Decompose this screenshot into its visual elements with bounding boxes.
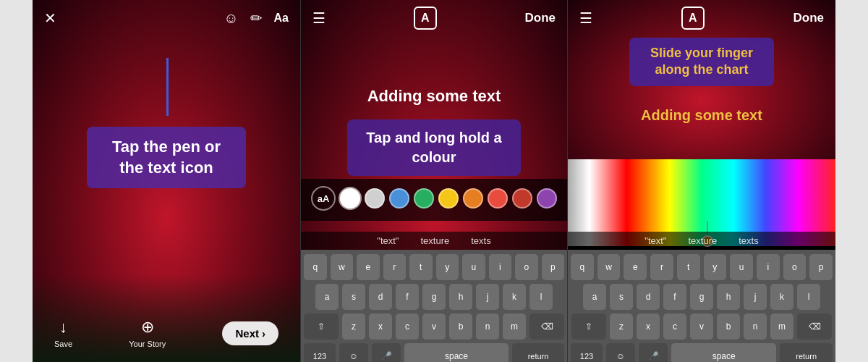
key-h-3[interactable]: h bbox=[717, 284, 740, 310]
a-icon-2[interactable]: A bbox=[414, 7, 437, 30]
key-q-3[interactable]: q bbox=[571, 254, 594, 280]
color-purple[interactable] bbox=[537, 188, 557, 209]
close-icon[interactable]: ✕ bbox=[44, 9, 56, 27]
next-button[interactable]: Next › bbox=[222, 321, 278, 345]
key-q-2[interactable]: q bbox=[304, 254, 327, 280]
key-g-3[interactable]: g bbox=[690, 284, 713, 310]
key-w-3[interactable]: w bbox=[597, 254, 621, 280]
shift-key-3[interactable]: ⇧ bbox=[571, 313, 606, 340]
shift-key-2[interactable]: ⇧ bbox=[304, 313, 339, 340]
suggestion-texture-2[interactable]: texture bbox=[420, 235, 449, 246]
key-m-2[interactable]: m bbox=[503, 313, 526, 340]
key-t-2[interactable]: t bbox=[409, 254, 433, 280]
a-icon-3[interactable]: A bbox=[681, 7, 705, 30]
num-key-2[interactable]: 123 bbox=[304, 343, 336, 362]
key-v-2[interactable]: v bbox=[422, 313, 446, 340]
topbar-right-icons: ☺ ✏ Aa bbox=[224, 9, 289, 27]
overlay-box-2: Tap and long hold a colour bbox=[347, 119, 521, 176]
color-darkred[interactable] bbox=[512, 188, 532, 209]
color-blue[interactable] bbox=[389, 188, 409, 209]
key-l-2[interactable]: l bbox=[529, 284, 553, 310]
sticker-icon[interactable]: ☺ bbox=[224, 10, 238, 27]
delete-key-2[interactable]: ⌫ bbox=[529, 313, 564, 340]
suggestion-text-2[interactable]: "text" bbox=[377, 235, 399, 246]
key-z-2[interactable]: z bbox=[342, 313, 365, 340]
aa-button[interactable]: aA bbox=[311, 186, 336, 211]
keyboard-2: q w e r t y u i o p a s d f g h j k l ⇧ … bbox=[301, 250, 567, 362]
key-j-3[interactable]: j bbox=[744, 284, 767, 310]
key-v-3[interactable]: v bbox=[690, 313, 713, 340]
key-c-3[interactable]: c bbox=[663, 313, 686, 340]
key-w-2[interactable]: w bbox=[331, 254, 354, 280]
key-p-2[interactable]: p bbox=[542, 254, 565, 280]
key-n-3[interactable]: n bbox=[744, 313, 767, 340]
return-key-3[interactable]: return bbox=[780, 343, 833, 362]
key-e-3[interactable]: e bbox=[624, 254, 647, 280]
key-y-3[interactable]: y bbox=[704, 254, 727, 280]
key-p-3[interactable]: p bbox=[809, 254, 833, 280]
color-yellow[interactable] bbox=[438, 188, 459, 209]
suggestions-bar-3: "text" texture texts bbox=[568, 232, 835, 250]
key-o-2[interactable]: o bbox=[515, 254, 538, 280]
key-u-2[interactable]: u bbox=[462, 254, 485, 280]
key-d-3[interactable]: d bbox=[637, 284, 660, 310]
space-key-3[interactable]: space bbox=[671, 343, 776, 362]
key-e-2[interactable]: e bbox=[357, 254, 380, 280]
suggestion-texts-2[interactable]: texts bbox=[471, 235, 490, 246]
suggestion-text-3[interactable]: "text" bbox=[644, 235, 666, 246]
text-cursor bbox=[166, 58, 169, 116]
key-c-2[interactable]: c bbox=[396, 313, 419, 340]
space-key-2[interactable]: space bbox=[404, 343, 509, 362]
key-x-2[interactable]: x bbox=[369, 313, 392, 340]
hamburger-icon-3[interactable]: ☰ bbox=[579, 9, 592, 27]
key-r-2[interactable]: r bbox=[383, 254, 407, 280]
key-s-3[interactable]: s bbox=[610, 284, 633, 310]
key-z-3[interactable]: z bbox=[610, 313, 633, 340]
key-o-3[interactable]: o bbox=[783, 254, 807, 280]
key-t-3[interactable]: t bbox=[677, 254, 700, 280]
key-i-3[interactable]: i bbox=[757, 254, 780, 280]
key-f-2[interactable]: f bbox=[396, 284, 419, 310]
key-g-2[interactable]: g bbox=[422, 284, 446, 310]
mic-key-3[interactable]: 🎤 bbox=[639, 343, 668, 362]
key-r-3[interactable]: r bbox=[650, 254, 673, 280]
key-j-2[interactable]: j bbox=[476, 284, 499, 310]
done-button-2[interactable]: Done bbox=[525, 11, 556, 25]
key-d-2[interactable]: d bbox=[369, 284, 392, 310]
your-story-action[interactable]: ⊕ Your Story bbox=[129, 318, 166, 348]
done-button-3[interactable]: Done bbox=[793, 11, 825, 25]
key-f-3[interactable]: f bbox=[663, 284, 686, 310]
key-k-3[interactable]: k bbox=[770, 284, 793, 310]
emoji-key-2[interactable]: ☺ bbox=[339, 343, 368, 362]
mic-key-2[interactable]: 🎤 bbox=[372, 343, 401, 362]
key-x-3[interactable]: x bbox=[637, 313, 660, 340]
key-b-2[interactable]: b bbox=[449, 313, 472, 340]
key-u-3[interactable]: u bbox=[730, 254, 753, 280]
key-b-3[interactable]: b bbox=[717, 313, 740, 340]
key-y-2[interactable]: y bbox=[436, 254, 459, 280]
key-k-2[interactable]: k bbox=[503, 284, 526, 310]
hamburger-icon-2[interactable]: ☰ bbox=[312, 9, 326, 27]
delete-key-3[interactable]: ⌫ bbox=[797, 313, 832, 340]
color-red[interactable] bbox=[488, 188, 508, 209]
suggestion-texture-3[interactable]: texture bbox=[688, 235, 717, 246]
color-white[interactable] bbox=[340, 188, 360, 209]
key-l-3[interactable]: l bbox=[797, 284, 820, 310]
save-action[interactable]: ↓ Save bbox=[54, 318, 72, 348]
emoji-key-3[interactable]: ☺ bbox=[606, 343, 635, 362]
key-a-2[interactable]: a bbox=[315, 284, 339, 310]
key-m-3[interactable]: m bbox=[770, 313, 793, 340]
pen-icon[interactable]: ✏ bbox=[250, 9, 263, 27]
key-s-2[interactable]: s bbox=[342, 284, 365, 310]
num-key-3[interactable]: 123 bbox=[571, 343, 603, 362]
color-orange[interactable] bbox=[463, 188, 483, 209]
color-gray[interactable] bbox=[365, 188, 385, 209]
color-green[interactable] bbox=[414, 188, 434, 209]
suggestion-texts-3[interactable]: texts bbox=[739, 235, 758, 246]
key-n-2[interactable]: n bbox=[476, 313, 499, 340]
return-key-2[interactable]: return bbox=[512, 343, 564, 362]
key-a-3[interactable]: a bbox=[583, 284, 606, 310]
key-i-2[interactable]: i bbox=[489, 254, 512, 280]
key-h-2[interactable]: h bbox=[449, 284, 472, 310]
text-icon[interactable]: Aa bbox=[274, 12, 289, 25]
